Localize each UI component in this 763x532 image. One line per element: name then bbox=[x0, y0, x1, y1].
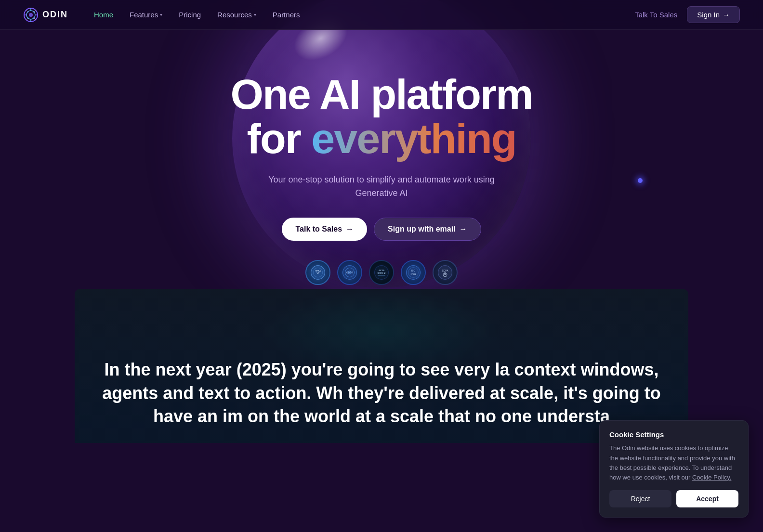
soc2-badge: AICPA SOC 2 bbox=[369, 260, 394, 285]
svg-line-7 bbox=[26, 10, 28, 13]
gdpr-badge: GDPR bbox=[337, 260, 362, 285]
cookie-body: The Odin website uses cookies to optimiz… bbox=[609, 443, 738, 482]
hero-subtitle: Your one-stop solution to simplify and a… bbox=[266, 173, 497, 201]
iso-icon: ISO 27001 bbox=[406, 265, 421, 280]
nav-right: Talk To Sales Sign In → bbox=[635, 6, 740, 23]
sign-in-button[interactable]: Sign In → bbox=[687, 6, 740, 23]
arrow-right-icon: → bbox=[460, 225, 467, 234]
hipaa-badge: HIPAA bbox=[305, 260, 330, 285]
svg-text:SOC 2: SOC 2 bbox=[378, 272, 386, 274]
hero-title-line1: One AI platform bbox=[231, 72, 533, 117]
sign-up-email-button[interactable]: Sign up with email → bbox=[374, 218, 481, 241]
nav-link-features[interactable]: Features ▾ bbox=[123, 8, 169, 22]
hero-section: One AI platform for everything Your one-… bbox=[0, 0, 763, 289]
svg-text:HIPAA: HIPAA bbox=[315, 270, 321, 272]
odin-logo-icon bbox=[23, 7, 39, 23]
svg-text:GDPR: GDPR bbox=[346, 272, 353, 274]
svg-point-11 bbox=[311, 266, 325, 280]
hero-for-text: for bbox=[247, 115, 312, 162]
hero-buttons: Talk to Sales → Sign up with email → bbox=[282, 218, 481, 241]
ccpa-icon: CCPA bbox=[437, 265, 453, 280]
arrow-right-icon: → bbox=[723, 11, 730, 19]
svg-line-10 bbox=[26, 17, 28, 20]
soc2-icon: AICPA SOC 2 bbox=[374, 265, 389, 280]
logo-link[interactable]: ODIN bbox=[23, 7, 68, 23]
nav-link-partners[interactable]: Partners bbox=[266, 8, 307, 22]
cookie-accept-button[interactable]: Accept bbox=[676, 490, 738, 507]
svg-text:ISO: ISO bbox=[411, 270, 416, 272]
nav-link-pricing[interactable]: Pricing bbox=[172, 8, 208, 22]
nav-link-home[interactable]: Home bbox=[87, 8, 120, 22]
nav-links: Home Features ▾ Pricing Resources ▾ Part… bbox=[87, 8, 635, 22]
svg-text:AICPA: AICPA bbox=[379, 269, 384, 272]
svg-point-21 bbox=[407, 266, 421, 280]
cookie-policy-link[interactable]: Cookie Policy. bbox=[692, 474, 731, 481]
ccpa-badge: CCPA bbox=[433, 260, 458, 285]
hipaa-icon: HIPAA bbox=[310, 265, 326, 280]
trust-badges: HIPAA GDPR AICPA SOC 2 bbox=[305, 260, 458, 285]
svg-text:27001: 27001 bbox=[410, 273, 416, 275]
gdpr-icon: GDPR bbox=[342, 265, 357, 280]
arrow-right-icon: → bbox=[346, 225, 354, 234]
svg-rect-20 bbox=[378, 275, 385, 276]
svg-text:CCPA: CCPA bbox=[442, 270, 448, 272]
video-text: In the next year (2025) you're going to … bbox=[75, 358, 688, 428]
svg-point-2 bbox=[29, 13, 33, 17]
iso-badge: ISO 27001 bbox=[401, 260, 426, 285]
svg-line-9 bbox=[34, 10, 36, 13]
resources-chevron-icon: ▾ bbox=[254, 12, 256, 17]
video-section: In the next year (2025) you're going to … bbox=[75, 289, 688, 443]
cookie-title: Cookie Settings bbox=[609, 430, 738, 439]
talk-to-sales-button[interactable]: Talk to Sales → bbox=[282, 218, 367, 241]
navbar: ODIN Home Features ▾ Pricing Resources ▾… bbox=[0, 0, 763, 30]
cookie-buttons: Reject Accept bbox=[609, 490, 738, 507]
hero-content: One AI platform for everything Your one-… bbox=[231, 34, 533, 285]
hero-everything-text: everything bbox=[311, 115, 516, 162]
svg-line-8 bbox=[34, 17, 36, 20]
cookie-reject-button[interactable]: Reject bbox=[609, 490, 671, 507]
hero-title: One AI platform for everything bbox=[231, 72, 533, 161]
logo-text: ODIN bbox=[42, 10, 68, 20]
hero-title-line2: for everything bbox=[231, 117, 533, 161]
particle-dot bbox=[638, 178, 643, 183]
nav-link-resources[interactable]: Resources ▾ bbox=[210, 8, 263, 22]
features-chevron-icon: ▾ bbox=[160, 12, 162, 17]
talk-to-sales-link[interactable]: Talk To Sales bbox=[635, 11, 677, 19]
cookie-banner: Cookie Settings The Odin website uses co… bbox=[599, 420, 749, 518]
